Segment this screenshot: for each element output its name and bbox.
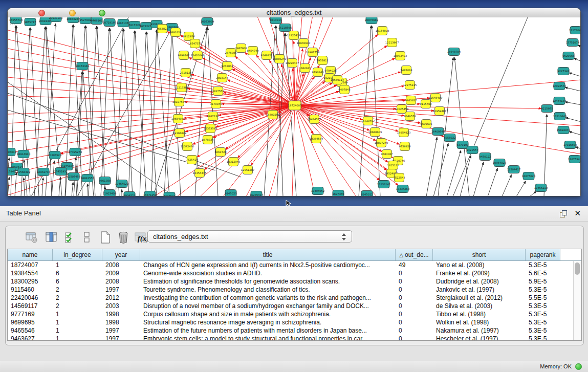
table-cell[interactable]: 9699695 [8, 318, 53, 326]
graph-node[interactable]: 7485063 [400, 66, 412, 75]
graph-node[interactable]: 12213383 [175, 83, 188, 92]
table-cell[interactable]: 0 [396, 286, 433, 294]
graph-node[interactable]: 19654935 [171, 115, 185, 123]
network-window-titlebar[interactable]: citations_edges.txt [8, 8, 580, 18]
table-cell[interactable]: 2008 [102, 261, 140, 269]
graph-node[interactable]: 12975115 [403, 81, 417, 90]
graph-node[interactable]: 7522543 [393, 173, 405, 182]
table-cell[interactable]: 2012 [102, 294, 140, 302]
table-cell[interactable]: 5.6E-5 [526, 269, 560, 277]
memory-ok-icon[interactable] [575, 363, 582, 370]
graph-node[interactable]: 16640910 [297, 39, 310, 48]
graph-node[interactable]: 19166829 [173, 129, 186, 138]
graph-node[interactable]: 18107554 [172, 98, 186, 106]
table-cell[interactable]: 9465546 [8, 326, 53, 335]
table-cell[interactable]: 6 [53, 269, 102, 277]
graph-node[interactable]: 16210643 [553, 113, 567, 120]
graph-node[interactable]: 11923408 [103, 190, 116, 196]
graph-node[interactable]: 15218596 [278, 24, 292, 32]
table-cell[interactable]: Jankovic et al. (1997) [433, 286, 526, 294]
graph-node[interactable]: 2967608 [235, 44, 247, 53]
table-vertical-scrollbar[interactable] [573, 261, 581, 340]
graph-node[interactable]: 8267130 [207, 112, 219, 121]
graph-node[interactable]: 16136141 [377, 181, 390, 188]
graph-node[interactable]: 11545409 [429, 94, 442, 102]
table-cell[interactable]: 0 [396, 335, 433, 341]
network-window[interactable]: citations_edges.txt 14055714985571720691… [7, 8, 581, 196]
table-row[interactable]: 969969511998Structural magnetic resonanc… [8, 318, 581, 326]
table-cell[interactable]: 18724007 [8, 261, 53, 269]
table-cell[interactable]: Nakamura et al. (1997) [433, 326, 526, 335]
column-header-pagerank[interactable]: pagerank [526, 249, 560, 260]
graph-node[interactable]: 9463627 [405, 96, 417, 105]
graph-node[interactable]: 7625414 [186, 156, 198, 164]
graph-node[interactable]: 17334268 [396, 185, 409, 193]
delete-table-icon[interactable] [116, 230, 131, 245]
graph-node[interactable]: 2803144 [216, 74, 228, 82]
graph-node[interactable]: 15451931 [54, 168, 68, 176]
graph-node[interactable]: 16648784 [447, 48, 461, 56]
table-cell[interactable]: 22420046 [8, 294, 53, 302]
table-panel-header[interactable]: Table Panel ✕ [0, 206, 588, 222]
graph-node[interactable]: 8813014 [270, 17, 282, 24]
column-header-year[interactable]: year [102, 249, 140, 260]
table-cell[interactable]: Dudbridge et al. (2008) [433, 277, 526, 286]
table-cell[interactable]: Corpus callosum shape and size in male p… [140, 310, 396, 318]
graph-node[interactable]: 7663822 [156, 25, 168, 33]
graph-node[interactable]: 16354475 [193, 169, 206, 178]
graph-node[interactable]: 16547372 [188, 39, 202, 48]
graph-node[interactable]: 12504417 [507, 166, 520, 173]
graph-node[interactable]: 7955812 [316, 56, 328, 65]
column-header-name[interactable]: name [8, 249, 53, 260]
table-cell[interactable]: Tibbo et al. (1998) [433, 310, 526, 318]
graph-node[interactable]: 16954923 [397, 128, 410, 137]
graph-node[interactable]: 18914910 [17, 150, 30, 158]
graph-node[interactable]: 11342430 [181, 142, 194, 151]
graph-node[interactable]: 10959487 [433, 107, 446, 116]
graph-node[interactable]: 15434577 [308, 115, 321, 124]
table-cell[interactable]: Tourette syndrome. Phenomenology and cla… [140, 286, 396, 294]
graph-node[interactable]: 20206520 [48, 151, 61, 159]
table-cell[interactable]: 5.3E-5 [526, 310, 560, 318]
table-row[interactable]: 1830029562008Estimation of significance … [8, 277, 581, 286]
table-cell[interactable]: 5.5E-5 [526, 294, 560, 302]
table-cell[interactable]: 5.3E-5 [526, 286, 560, 294]
graph-node[interactable]: 9421557 [466, 146, 478, 154]
graph-node[interactable]: 10464520 [115, 180, 128, 188]
table-cell[interactable]: Embryonic stem cells: a model to study s… [140, 335, 396, 341]
graph-node[interactable]: 14671355 [117, 19, 130, 27]
graph-node[interactable]: 16409549 [431, 128, 445, 136]
table-cell[interactable]: 1 [53, 261, 102, 269]
graph-node[interactable]: 18724007 [288, 101, 301, 110]
graph-node[interactable]: 9661358 [99, 177, 111, 185]
table-cell[interactable]: 1998 [102, 310, 140, 318]
table-cell[interactable]: 2 [53, 294, 102, 302]
graph-node[interactable]: 16154808 [376, 27, 389, 35]
graph-node[interactable]: 9860124 [169, 28, 182, 37]
table-cell[interactable]: 9115460 [8, 286, 53, 294]
graph-node[interactable]: 22420046 [191, 51, 204, 60]
table-row[interactable]: 1872400712008Changes of HCN gene express… [8, 261, 581, 269]
table-cell[interactable]: 9777169 [8, 310, 53, 318]
table-cell[interactable]: 1997 [102, 335, 140, 341]
graph-node[interactable]: 20876682 [365, 17, 378, 24]
show-columns-icon[interactable] [43, 230, 59, 245]
graph-node[interactable]: 16235417 [250, 191, 263, 196]
table-cell[interactable]: 0 [396, 302, 433, 310]
table-mode-icon[interactable] [79, 230, 95, 245]
graph-node[interactable]: 10312945 [227, 158, 240, 166]
graph-node[interactable]: 13220437 [286, 59, 299, 68]
graph-node[interactable]: 11173045 [569, 27, 580, 34]
graph-node[interactable]: 13325419 [287, 31, 300, 40]
graph-node[interactable]: 16720407 [361, 117, 375, 125]
table-cell[interactable]: Wolkin et al. (1998) [433, 318, 526, 326]
graph-node[interactable]: 12444134 [553, 97, 567, 105]
table-cell[interactable]: 1 [53, 318, 102, 326]
graph-node[interactable]: 15692971 [557, 126, 570, 134]
table-cell[interactable]: 6 [53, 277, 102, 286]
resize-grip-icon[interactable] [8, 17, 16, 26]
graph-node[interactable]: 16053809 [201, 18, 214, 26]
table-cell[interactable]: 9463627 [8, 335, 53, 341]
table-cell[interactable]: 1998 [102, 318, 140, 326]
graph-node[interactable]: 8466161 [91, 17, 102, 25]
